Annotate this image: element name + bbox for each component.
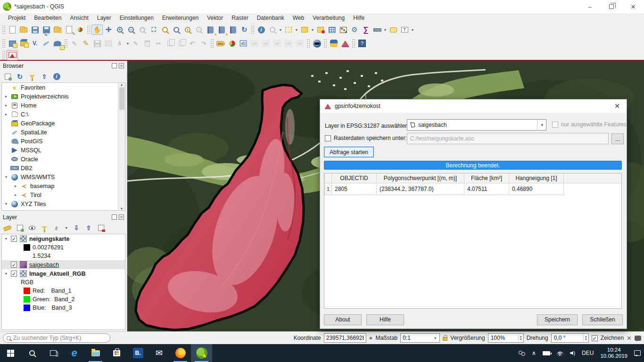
toolbar-handle[interactable] bbox=[64, 39, 68, 48]
zoom-next-button[interactable]: › bbox=[193, 25, 205, 35]
menu-verarbeitung[interactable]: Verarbeitung bbox=[308, 14, 349, 22]
layer-filter-button[interactable] bbox=[40, 223, 49, 233]
browser-add-layer-button[interactable] bbox=[3, 72, 12, 82]
dialog-close-button[interactable]: ✕ bbox=[611, 102, 623, 110]
toolbar-handle[interactable] bbox=[2, 50, 6, 60]
render-checkbox[interactable]: ✓ bbox=[592, 335, 598, 341]
rotation-spinbox[interactable]: 0,0 ° ▲▼ bbox=[551, 333, 589, 343]
menu-einstellungen[interactable]: Einstellungen bbox=[116, 14, 158, 22]
label-options-button[interactable]: ab bbox=[238, 38, 249, 49]
col-flaeche[interactable]: Fläche [km²] bbox=[464, 173, 509, 183]
layer-checkbox[interactable]: ✓ bbox=[11, 271, 17, 277]
volume-button[interactable]: ) bbox=[567, 344, 578, 362]
label-show-hide-button[interactable]: ab bbox=[260, 38, 272, 49]
add-group-button[interactable] bbox=[15, 223, 25, 233]
new-geopackage-layer-button[interactable] bbox=[18, 38, 29, 49]
remove-layer-button[interactable] bbox=[96, 223, 106, 233]
table-row[interactable]: 1 2805 (238344.2, 367787.0) 4.07511 0.46… bbox=[325, 183, 622, 195]
help-button[interactable]: ? bbox=[356, 38, 368, 49]
show-statistics-button[interactable]: ∑ bbox=[360, 25, 372, 35]
menu-erweiterungen[interactable]: Erweiterungen bbox=[158, 14, 203, 22]
cell-flaeche[interactable]: 4.07511 bbox=[464, 183, 509, 195]
vertex-tool-button[interactable]: ⋔ bbox=[114, 38, 125, 49]
browser-item-postgis[interactable]: PostGIS bbox=[2, 137, 125, 146]
zoom-to-layer-button[interactable] bbox=[171, 25, 182, 35]
select-features-dropdown[interactable]: ▼ bbox=[294, 28, 299, 32]
save-button[interactable]: Speichern bbox=[537, 314, 578, 325]
toolbar-handle[interactable] bbox=[323, 39, 327, 48]
zoom-last-button[interactable]: ‹ bbox=[182, 25, 193, 35]
copy-features-button[interactable] bbox=[164, 38, 175, 49]
gpsinfo4zemokost-plugin-button[interactable] bbox=[339, 38, 351, 49]
image-export-button[interactable] bbox=[7, 50, 18, 60]
pan-map-button[interactable]: ✋ bbox=[91, 25, 103, 35]
browser-item-mssql[interactable]: MSSQL bbox=[2, 146, 125, 155]
minimize-button[interactable]: – bbox=[579, 0, 601, 13]
browser-item-basemap[interactable]: ▸≺basemap bbox=[2, 181, 125, 190]
locator-search[interactable]: Zu suchender Typ (Strg+K) bbox=[3, 333, 110, 343]
browser-item-spatialite[interactable]: SpatiaLite bbox=[2, 128, 125, 137]
browser-item-oracle[interactable]: Oracle bbox=[2, 155, 125, 164]
cut-features-button[interactable]: ✂ bbox=[153, 38, 164, 49]
zoom-out-button[interactable]: − bbox=[125, 25, 137, 35]
battery-button[interactable] bbox=[539, 344, 553, 362]
open-project-button[interactable] bbox=[18, 25, 29, 35]
clock-button[interactable]: 10:24 10.06.2019 bbox=[597, 344, 631, 362]
mail-button[interactable]: ✉ bbox=[149, 344, 170, 362]
raster-path-input[interactable]: C:/test/neigungskarte.asc bbox=[407, 133, 609, 144]
menu-hilfe[interactable]: Hilfe bbox=[349, 14, 369, 22]
cell-schwerpunkt[interactable]: (238344.2, 367787.0) bbox=[377, 183, 464, 195]
store-button[interactable] bbox=[106, 344, 127, 362]
layer-styling-button[interactable] bbox=[3, 223, 12, 233]
people-button[interactable] bbox=[515, 344, 528, 362]
save-project-as-button[interactable] bbox=[41, 25, 52, 35]
vertex-tool-dropdown[interactable]: ▼ bbox=[125, 42, 130, 45]
language-button[interactable]: DEU bbox=[578, 344, 597, 362]
cell-hangneigung[interactable]: 0.46890 bbox=[509, 183, 564, 195]
save-raster-checkbox[interactable] bbox=[325, 135, 331, 141]
select-by-value-dropdown[interactable]: ▼ bbox=[310, 28, 315, 32]
label-rotate-button[interactable]: ab bbox=[283, 38, 294, 49]
browser-item-home[interactable]: ▸Home bbox=[2, 101, 125, 110]
dialog-title-bar[interactable]: gpsinfo4zemokost ✕ bbox=[320, 99, 627, 113]
zoom-native-button[interactable]: 1:1 bbox=[137, 25, 148, 35]
layer-float-icon[interactable] bbox=[112, 214, 117, 220]
dialog-close-button-bottom[interactable]: Schließen bbox=[582, 314, 623, 325]
toolbar-handle[interactable] bbox=[306, 39, 310, 48]
browser-properties-button[interactable]: i bbox=[52, 72, 61, 82]
scale-combo[interactable]: 0:1 ▼ bbox=[400, 333, 440, 343]
col-schwerpunkt[interactable]: Polygonschwerpunkt [(m, m)] bbox=[377, 173, 464, 183]
manage-themes-button[interactable] bbox=[27, 223, 37, 233]
add-feature-button[interactable] bbox=[103, 38, 114, 49]
text-annotation-button[interactable]: T bbox=[399, 25, 410, 35]
map-tips-button[interactable] bbox=[388, 25, 399, 35]
only-selected-checkbox[interactable] bbox=[552, 122, 558, 128]
browser-refresh-button[interactable]: ↻ bbox=[15, 72, 25, 82]
layout-manager-button[interactable] bbox=[63, 25, 74, 35]
qgis-taskbar-button[interactable] bbox=[191, 344, 212, 362]
menu-projekt[interactable]: Projekt bbox=[4, 14, 30, 22]
toolbar-handle[interactable] bbox=[2, 39, 6, 48]
close-button[interactable]: ✕ bbox=[622, 0, 644, 13]
toolbar-handle[interactable] bbox=[251, 25, 255, 34]
new-shapefile-layer-button[interactable]: V. bbox=[29, 38, 41, 49]
redo-button[interactable]: ↷ bbox=[198, 38, 209, 49]
zoom-full-button[interactable]: ⛶ bbox=[148, 25, 159, 35]
browser-item-tirol[interactable]: ▸≺Tirol bbox=[2, 190, 125, 199]
menu-raster[interactable]: Raster bbox=[227, 14, 252, 22]
browser-item-geopackage[interactable]: GeoPackage bbox=[2, 119, 125, 128]
menu-bearbeiten[interactable]: Bearbeiten bbox=[30, 14, 66, 22]
expand-all-button[interactable]: ⇩ bbox=[72, 223, 81, 233]
delete-selected-button[interactable] bbox=[141, 38, 153, 49]
cell-objectid[interactable]: 2805 bbox=[332, 183, 377, 195]
col-objectid[interactable]: OBJECTID bbox=[332, 173, 377, 183]
modify-attributes-button[interactable]: ✎ bbox=[130, 38, 141, 49]
messages-icon[interactable] bbox=[635, 336, 641, 341]
scrollbar-thumb[interactable] bbox=[119, 87, 124, 110]
zoom-to-selection-button[interactable] bbox=[159, 25, 171, 35]
toolbar-handle[interactable] bbox=[2, 25, 6, 34]
start-button[interactable] bbox=[0, 344, 21, 362]
bookmarks-panel-button[interactable] bbox=[227, 25, 239, 35]
layer-diagram-button[interactable] bbox=[226, 38, 238, 49]
layer-checkbox[interactable]: ✓ bbox=[11, 236, 17, 242]
